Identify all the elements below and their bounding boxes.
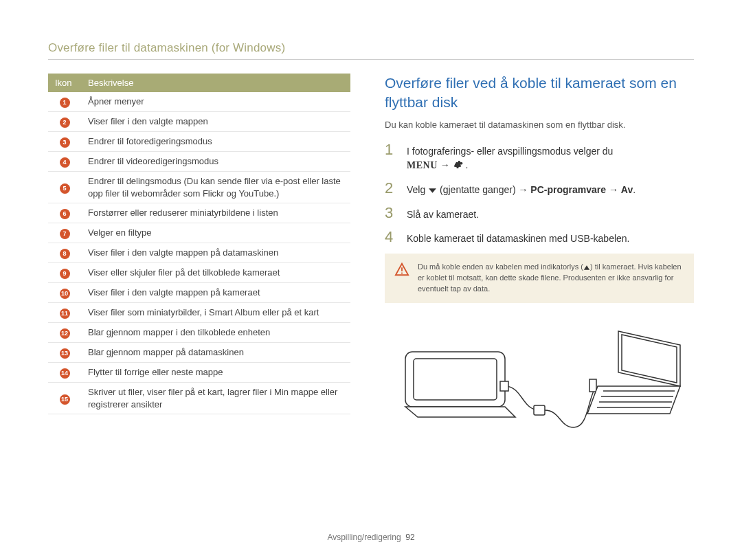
step-1: 1 I fotograferings- eller avspillingsmod…	[385, 142, 694, 173]
table-cell-description: Flytter til forrige eller neste mappe	[81, 363, 350, 383]
number-badge-icon: 13	[60, 348, 70, 359]
table-cell-description: Endrer til delingsmodus (Du kan sende fi…	[81, 172, 350, 203]
svg-rect-3	[414, 359, 497, 400]
number-badge-icon: 8	[60, 249, 70, 259]
step-2: 2 Velg (gjentatte ganger) → PC-programva…	[385, 181, 694, 197]
table-cell-description: Viser filer i den valgte mappen på datam…	[81, 243, 350, 263]
number-badge-icon: 10	[60, 289, 70, 299]
arrow-icon: →	[518, 184, 528, 195]
number-badge-icon: 11	[60, 309, 70, 319]
step-number: 4	[385, 229, 397, 245]
arrow-icon: →	[609, 184, 618, 195]
step-dot: .	[633, 184, 636, 195]
step-number: 3	[385, 205, 397, 221]
table-row: 15Skriver ut filer, viser filer på et ka…	[48, 383, 350, 414]
table-row: 9Viser eller skjuler filer på det tilkob…	[48, 263, 350, 283]
number-badge-icon: 15	[60, 394, 70, 405]
number-badge-icon: 3	[60, 137, 70, 148]
table-row: 3Endrer til fotoredigeringsmodus	[48, 132, 350, 152]
step-text: Koble kameraet til datamaskinen med USB-…	[407, 229, 630, 245]
number-badge-icon: 6	[60, 209, 70, 219]
footer-section: Avspilling/redigering	[327, 533, 401, 542]
table-cell-description: Viser filer i den valgte mappen på kamer…	[81, 283, 350, 303]
svg-point-1	[401, 273, 403, 274]
section-intro: Du kan koble kameraet til datamaskinen s…	[385, 120, 694, 130]
footer-page-number: 92	[405, 533, 414, 542]
chevron-down-icon	[428, 184, 440, 195]
step-number: 2	[385, 181, 397, 197]
table-cell-description: Viser eller skjuler filer på det tilkobl…	[81, 263, 350, 283]
breadcrumb: Overføre filer til datamaskinen (for Win…	[48, 41, 694, 60]
table-cell-description: Viser filer i den valgte mappen	[81, 112, 350, 132]
table-row: 8Viser filer i den valgte mappen på data…	[48, 243, 350, 263]
step-text: Slå av kameraet.	[407, 205, 479, 221]
table-row: 7Velger en filtype	[48, 223, 350, 243]
table-header-description: Beskrivelse	[81, 74, 350, 92]
table-row: 12Blar gjennom mapper i den tilkoblede e…	[48, 323, 350, 343]
table-cell-description: Blar gjennom mapper i den tilkoblede enh…	[81, 323, 350, 343]
steps-list: 1 I fotograferings- eller avspillingsmod…	[385, 142, 694, 245]
table-header-icon: Ikon	[48, 74, 81, 92]
table-cell-description: Viser filer som miniatyrbilder, i Smart …	[81, 303, 350, 323]
warning-triangle-icon	[394, 262, 409, 295]
camera-usb-laptop-illustration	[385, 321, 694, 431]
table-row: 4Endrer til videoredigeringsmodus	[48, 152, 350, 172]
icon-description-table: Ikon Beskrivelse 1Åpner menyer2Viser fil…	[48, 74, 350, 414]
svg-rect-5	[534, 405, 545, 415]
table-cell-description: Blar gjennom mapper på datamaskinen	[81, 343, 350, 363]
warning-text-a: Du må koble enden av kabelen med indikat…	[418, 262, 583, 271]
step-repeat-text: (gjentatte ganger)	[440, 184, 518, 195]
table-row: 6Forstørrer eller reduserer miniatyrbild…	[48, 203, 350, 223]
arrow-icon: →	[440, 159, 450, 170]
table-row: 13Blar gjennom mapper på datamaskinen	[48, 343, 350, 363]
number-badge-icon: 4	[60, 157, 70, 168]
number-badge-icon: 7	[60, 229, 70, 239]
table-row: 1Åpner menyer	[48, 92, 350, 112]
table-row: 2Viser filer i den valgte mappen	[48, 112, 350, 132]
step-4: 4 Koble kameraet til datamaskinen med US…	[385, 229, 694, 245]
triangle-up-icon	[583, 262, 590, 271]
step-3: 3 Slå av kameraet.	[385, 205, 694, 221]
step-number: 1	[385, 142, 397, 173]
table-cell-description: Skriver ut filer, viser filer på et kart…	[81, 383, 350, 414]
table-cell-description: Endrer til videoredigeringsmodus	[81, 152, 350, 172]
gear-icon	[453, 159, 466, 170]
step-text: I fotograferings- eller avspillingsmodus…	[407, 146, 613, 157]
step-bold-1: PC-programvare	[530, 184, 606, 195]
section-title: Overføre filer ved å koble til kameraet …	[385, 74, 694, 113]
table-row: 11Viser filer som miniatyrbilder, i Smar…	[48, 303, 350, 323]
table-cell-description: Forstørrer eller reduserer miniatyrbilde…	[81, 203, 350, 223]
svg-rect-6	[589, 379, 596, 392]
table-cell-description: Åpner menyer	[81, 92, 350, 112]
number-badge-icon: 12	[60, 328, 70, 339]
step-text: Velg	[407, 184, 428, 195]
icon-table-column: Ikon Beskrivelse 1Åpner menyer2Viser fil…	[48, 74, 350, 431]
table-cell-description: Velger en filtype	[81, 223, 350, 243]
step-bold-2: Av	[621, 184, 633, 195]
menu-word-icon: MENU	[407, 160, 438, 170]
number-badge-icon: 5	[60, 183, 70, 194]
table-row: 5Endrer til delingsmodus (Du kan sende f…	[48, 172, 350, 203]
number-badge-icon: 9	[60, 269, 70, 279]
number-badge-icon: 1	[60, 98, 70, 108]
warning-box: Du må koble enden av kabelen med indikat…	[385, 254, 694, 303]
table-row: 10Viser filer i den valgte mappen på kam…	[48, 283, 350, 303]
table-cell-description: Endrer til fotoredigeringsmodus	[81, 132, 350, 152]
number-badge-icon: 2	[60, 117, 70, 128]
number-badge-icon: 14	[60, 368, 70, 379]
page-footer: Avspilling/redigering 92	[0, 533, 742, 542]
table-row: 14Flytter til forrige eller neste mappe	[48, 363, 350, 383]
svg-rect-4	[500, 381, 508, 391]
